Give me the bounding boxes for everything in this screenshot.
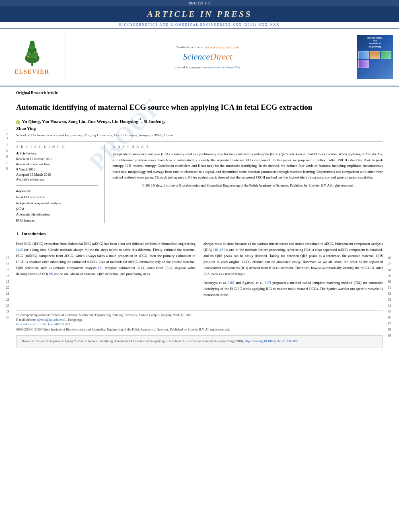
keyword-4: ECG features xyxy=(16,218,98,223)
article-info-column: A R T I C L E I N F O Article history: R… xyxy=(16,145,105,223)
article-in-press-banner: ARTICLE IN PRESS xyxy=(0,6,399,22)
keyword-2: Independent component analysis (ICA) xyxy=(16,200,98,212)
sd-logo-orange: Direct xyxy=(210,51,232,62)
received-revised-date: 9 March 2018 xyxy=(16,167,98,172)
elsevier-tree-icon xyxy=(20,39,44,67)
authors-block: iD Yu Qiong, Yan Huawen, Song Lin, Guo W… xyxy=(16,117,383,132)
journal-homepage-url[interactable]: www.elsevier.com/locate/bbe xyxy=(203,66,241,69)
available-online-text: Available online at www.sciencedirect.co… xyxy=(176,45,239,49)
abstract-column: A B S T R A C T Independent component an… xyxy=(113,145,383,223)
article-info-label: A R T I C L E I N F O xyxy=(16,145,98,149)
abstract-label: A B S T R A C T xyxy=(113,145,383,149)
footer-section: * Corresponding author at: School of Ele… xyxy=(16,310,383,331)
body-two-col: Fetal ECG (fECG) extraction from abdomin… xyxy=(16,241,383,298)
body-right-text1: always must be done because of the vario… xyxy=(204,241,383,277)
received-revised-label: Received in revised form xyxy=(16,162,98,167)
svg-point-8 xyxy=(29,53,30,54)
ref-3: [3] xyxy=(98,266,103,270)
journal-cover-image: Biocybernetics and Biomedical Engineerin… xyxy=(357,35,393,79)
body-left-text: Fetal ECG (fECG) extraction from abdomin… xyxy=(16,241,195,277)
section1-header: 1. Introduction xyxy=(16,231,383,238)
svg-point-6 xyxy=(27,56,29,58)
keyword-3: Automatic identification xyxy=(16,212,98,217)
journal-full-name: BIOCYBERNETICS AND BIOMEDICAL ENGINEERIN… xyxy=(119,23,280,27)
sd-logo-blue: Science xyxy=(183,51,210,62)
body-right-text2: Acharyya et al. [16] and Agarwal et al. … xyxy=(204,280,383,298)
cite-doi-link[interactable]: https://doi.org/10.1016/j.bbe.2018.03.00… xyxy=(245,339,298,343)
article-info-abstract-section: A R T I C L E I N F O Article history: R… xyxy=(16,141,383,223)
corresponding-author-note: * Corresponding author at: School of Ele… xyxy=(16,313,383,318)
authors-line1: Yu Qiong, Yan Huawen, Song Lin, Guo Weny… xyxy=(22,119,165,124)
available-online: Available online xxx xyxy=(16,177,98,182)
abstract-text: Independent component analysis (ICA) is … xyxy=(113,151,383,180)
affiliation: School of Electronic Science and Enginee… xyxy=(16,133,383,137)
email-line: E-mail address: njhxliu@nju.edu.cn (L. H… xyxy=(16,318,383,322)
ref-1-2: [1,2] xyxy=(16,248,23,252)
keyword-1: Fetal ECG extraction xyxy=(16,194,98,200)
svg-point-10 xyxy=(28,60,29,61)
accepted-date: Accepted 13 March 2018 xyxy=(16,172,98,177)
ref-4-6: [4-6] xyxy=(137,266,144,270)
body-line-numbers-left: 1516171819 202122232425 xyxy=(6,255,9,321)
keywords-label: Keywords: xyxy=(16,189,98,193)
ref-9: [9] xyxy=(49,272,53,276)
footer-copyright: 0208-5216/© 2018 Nalecz Institute of Bio… xyxy=(16,328,383,331)
ref-7-8: [7,8] xyxy=(165,266,172,270)
sciencedirect-logo: ScienceDirect xyxy=(183,51,232,62)
section1-number: 1. xyxy=(16,231,19,236)
article-title: Automatic identifying of maternal ECG so… xyxy=(16,103,383,113)
ref-16: [16] xyxy=(228,281,234,285)
center-header: Available online at www.sciencedirect.co… xyxy=(64,32,351,82)
svg-point-9 xyxy=(34,52,35,53)
info-divider xyxy=(16,185,98,186)
svg-point-7 xyxy=(35,57,36,58)
article-id-bar: BBE 258 1–8 xyxy=(0,0,399,6)
cite-box: Please cite this article in press as: Qi… xyxy=(16,335,383,347)
body-line-numbers-right: 2627282930 3132333435 36373839 xyxy=(388,255,391,339)
elsevier-brand-text: ELSEVIER xyxy=(14,69,49,75)
body-right-col: always must be done because of the vario… xyxy=(204,241,383,298)
journal-homepage-line: journal homepage: www.elsevier.com/locat… xyxy=(175,65,241,69)
journal-cover-area: Biocybernetics and Biomedical Engineerin… xyxy=(351,32,399,82)
svg-point-5 xyxy=(30,41,35,45)
article-history-label: Article history: xyxy=(16,151,98,155)
journal-name-bar: BIOCYBERNETICS AND BIOMEDICAL ENGINEERIN… xyxy=(0,22,399,29)
abstract-copyright: © 2018 Nalecz Institute of Biocybernetic… xyxy=(113,183,383,187)
orcid-icon: iD xyxy=(16,120,20,124)
body-left-col: Fetal ECG (fECG) extraction from abdomin… xyxy=(16,241,195,298)
body-content: 1516171819 202122232425 2627282930 31323… xyxy=(16,231,383,298)
corresponding-star: * xyxy=(139,117,142,122)
doi-line: https://doi.org/10.1016/j.bbe.2018.03.00… xyxy=(16,322,383,326)
section1-title: Introduction xyxy=(22,231,46,236)
elsevier-logo-area: ELSEVIER xyxy=(0,32,64,82)
cover-thumbnails xyxy=(358,51,391,68)
sciencedirect-url[interactable]: www.sciencedirect.com xyxy=(204,45,239,49)
main-content: PROOF 123 45 67 8 Original Research Arti… xyxy=(0,86,399,351)
header-section: ELSEVIER Available online at www.science… xyxy=(0,29,399,86)
banner-text: ARTICLE IN PRESS xyxy=(147,9,252,19)
article-type-label: Original Research Article xyxy=(16,91,58,96)
ref-17: [17] xyxy=(265,281,271,285)
line-numbers-left: 123 45 67 8 xyxy=(6,129,8,170)
author-email[interactable]: njhxliu@nju.edu.cn xyxy=(37,318,62,322)
cover-title: Biocybernetics and Biomedical Engineerin… xyxy=(367,37,383,48)
article-type-section: Original Research Article xyxy=(16,90,383,99)
received-date: Received 11 October 2017 xyxy=(16,156,98,162)
authors-line2: Zhao Ying xyxy=(16,126,36,131)
footer-doi-link[interactable]: https://doi.org/10.1016/j.bbe.2018.03.00… xyxy=(16,322,70,326)
svg-point-11 xyxy=(35,59,37,60)
article-id: BBE 258 1–8 xyxy=(189,1,211,5)
ref-10-18: [10–18] xyxy=(213,248,225,252)
